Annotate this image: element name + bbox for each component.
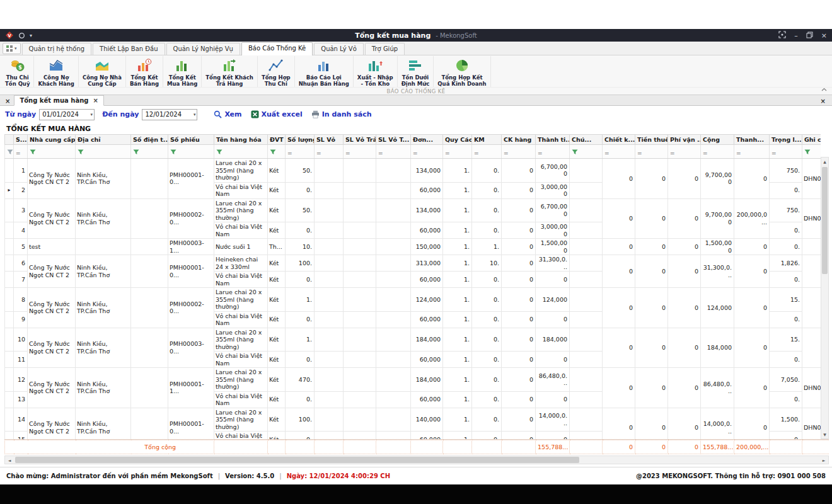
cell-quy_cach[interactable]: 1. bbox=[443, 239, 472, 255]
cell-thanh_tien[interactable]: 0 bbox=[536, 272, 570, 288]
cell-sl_vo[interactable] bbox=[315, 288, 344, 312]
cell-don_gia[interactable]: 134,000 bbox=[411, 159, 443, 183]
cell-ck_hang[interactable]: 0 bbox=[502, 182, 536, 198]
cell-so_luong[interactable]: 10. bbox=[286, 239, 315, 255]
cell-dvt[interactable]: Két bbox=[268, 432, 286, 440]
cell-address[interactable]: Ninh Kiều, TP.Cần Thơ bbox=[76, 255, 131, 288]
filter-cell-sl_vo_t[interactable]: = bbox=[376, 145, 411, 159]
cell-quy_cach[interactable]: 1. bbox=[443, 182, 472, 198]
from-date-input[interactable]: 01/01/2024 ▾ bbox=[39, 109, 95, 120]
cell-supplier[interactable]: Công Ty Nước Ngọt CN CT 2 bbox=[28, 288, 76, 328]
cell-trong_luong[interactable]: 1,500. bbox=[770, 408, 802, 432]
cell-trong_luong[interactable]: 15. bbox=[770, 288, 802, 312]
cell-chu[interactable] bbox=[570, 198, 603, 222]
cell-thanh_tien[interactable]: 14,000,0... bbox=[536, 408, 570, 432]
tab-close-icon[interactable]: × bbox=[93, 97, 98, 104]
cell-sl_vo_tra[interactable] bbox=[344, 222, 376, 239]
cell-so_luong[interactable]: 100. bbox=[286, 408, 315, 432]
cell-sl_vo[interactable] bbox=[315, 432, 344, 440]
cell-so_luong[interactable]: 470. bbox=[286, 368, 315, 392]
ribbon-button-xuat-nhap-ton-kho[interactable]: Xuất - Nhập - Tồn Kho bbox=[354, 56, 398, 87]
quick-access-dropdown-icon[interactable]: ▾ bbox=[30, 33, 32, 38]
cell-tien_thue[interactable]: 0 bbox=[635, 159, 668, 199]
cell-sl_vo_t[interactable] bbox=[376, 311, 411, 328]
cell-trong_luong[interactable]: 0. bbox=[770, 352, 802, 368]
app-menu-button[interactable]: ▾ bbox=[3, 43, 21, 54]
menu-tab-bao-cao-thong-ke[interactable]: Báo Cáo Thống Kê bbox=[241, 42, 313, 55]
cell-thanh_tien[interactable]: 6,700,000 bbox=[536, 198, 570, 222]
cell-sl_vo_tra[interactable] bbox=[344, 328, 376, 352]
close-document-button[interactable]: × bbox=[818, 98, 829, 105]
ribbon-button-tong-ket-khach-tra-hang[interactable]: Tổng Kết Khách Trả Hàng bbox=[202, 56, 258, 87]
cell-receipt[interactable]: PMH00002-0... bbox=[168, 288, 214, 328]
cell-sl_vo[interactable] bbox=[315, 255, 344, 272]
restore-button[interactable] bbox=[806, 32, 813, 40]
cell-ck_hang[interactable]: 0 bbox=[502, 222, 536, 239]
cell-chiet_khau[interactable]: 0 bbox=[603, 288, 635, 328]
cell-don_gia[interactable]: 313,000 bbox=[411, 255, 443, 272]
col-header-chiet_khau[interactable]: Chiết k... bbox=[603, 135, 635, 145]
cell-trong_luong[interactable]: 0. bbox=[770, 182, 802, 198]
cell-don_gia[interactable]: 60,000 bbox=[411, 222, 443, 239]
col-header-thanh_toan[interactable]: Thanh... bbox=[734, 135, 770, 145]
cell-km[interactable]: 0. bbox=[472, 288, 502, 312]
col-header-don_gia[interactable]: Đơn... bbox=[411, 135, 443, 145]
cell-product[interactable]: Vỏ chai bia Việt Nam bbox=[214, 182, 268, 198]
cell-ghi_chu[interactable] bbox=[802, 288, 821, 328]
cell-quy_cach[interactable]: 1. bbox=[443, 391, 472, 408]
cell-chu[interactable] bbox=[570, 239, 603, 255]
cell-receipt[interactable]: PMH00001-0... bbox=[168, 255, 214, 288]
cell-don_gia[interactable]: 150,000 bbox=[411, 239, 443, 255]
cell-address[interactable]: Ninh Kiều, TP.Cần Thơ bbox=[76, 198, 131, 239]
cell-sl_vo_tra[interactable] bbox=[344, 182, 376, 198]
cell-dvt[interactable]: Th... bbox=[268, 239, 286, 255]
cell-chiet_khau[interactable]: 0 bbox=[603, 368, 635, 408]
cell-chu[interactable] bbox=[570, 311, 603, 328]
cell-quy_cach[interactable]: 1. bbox=[443, 222, 472, 239]
cell-sl_vo_t[interactable] bbox=[376, 272, 411, 288]
cell-indicator[interactable] bbox=[5, 222, 14, 239]
cell-address[interactable] bbox=[76, 239, 131, 255]
cell-so_luong[interactable]: 1. bbox=[286, 288, 315, 312]
cell-chiet_khau[interactable]: 0 bbox=[603, 239, 635, 255]
cell-supplier[interactable]: test bbox=[28, 239, 76, 255]
cell-quy_cach[interactable]: 1. bbox=[443, 288, 472, 312]
table-row[interactable]: 6Công Ty Nước Ngọt CN CT 2Ninh Kiều, TP.… bbox=[5, 255, 821, 272]
col-header-sl_vo_t[interactable]: SL Vỏ T... bbox=[376, 135, 411, 145]
cell-so_luong[interactable]: 1. bbox=[286, 328, 315, 352]
cell-ck_hang[interactable]: 0 bbox=[502, 391, 536, 408]
cell-ghi_chu[interactable] bbox=[802, 239, 821, 255]
cell-phone[interactable] bbox=[131, 408, 168, 439]
cell-quy_cach[interactable]: 1. bbox=[443, 198, 472, 222]
cell-km[interactable]: 0. bbox=[472, 391, 502, 408]
cell-ck_hang[interactable]: 0 bbox=[502, 368, 536, 392]
cell-thanh_toan[interactable]: 0 bbox=[734, 288, 770, 328]
cell-sl_vo[interactable] bbox=[315, 391, 344, 408]
cell-trong_luong[interactable]: 750. bbox=[770, 198, 802, 222]
cell-sl_vo[interactable] bbox=[315, 222, 344, 239]
cell-km[interactable]: 0. bbox=[472, 408, 502, 432]
view-button[interactable]: Xem bbox=[214, 110, 241, 118]
cell-phone[interactable] bbox=[131, 159, 168, 199]
filter-cell-chu[interactable] bbox=[570, 145, 603, 159]
minimize-button[interactable]: – bbox=[794, 32, 798, 39]
ribbon-button-cong-no-khach-hang[interactable]: Công Nợ Khách Hàng bbox=[34, 56, 78, 87]
cell-dvt[interactable]: Két bbox=[268, 311, 286, 328]
cell-sl_vo_tra[interactable] bbox=[344, 198, 376, 222]
cell-stt[interactable]: 8 bbox=[14, 288, 28, 312]
cell-receipt[interactable]: PMH00001-1... bbox=[168, 368, 214, 408]
cell-supplier[interactable]: Công Ty Nước Ngọt CN CT 2 bbox=[28, 198, 76, 239]
cell-phi_van[interactable]: 0 bbox=[668, 408, 701, 439]
cell-product[interactable]: Heineken chai 24 x 330ml bbox=[214, 255, 268, 272]
cell-address[interactable]: Ninh Kiều, TP.Cần Thơ bbox=[76, 159, 131, 199]
cell-phone[interactable] bbox=[131, 239, 168, 255]
cell-ghi_chu[interactable] bbox=[802, 255, 821, 288]
cell-sl_vo[interactable] bbox=[315, 182, 344, 198]
filter-cell-km[interactable]: = bbox=[472, 145, 502, 159]
cell-dvt[interactable]: Két bbox=[268, 222, 286, 239]
col-header-cong[interactable]: Cộng bbox=[701, 135, 734, 145]
menu-tab-quan-ly-nghiep-vu[interactable]: Quản Lý Nghiệp Vụ bbox=[166, 43, 240, 55]
cell-ck_hang[interactable]: 0 bbox=[502, 432, 536, 440]
filter-cell-phi_van[interactable]: = bbox=[668, 145, 701, 159]
cell-stt[interactable]: 7 bbox=[14, 272, 28, 288]
